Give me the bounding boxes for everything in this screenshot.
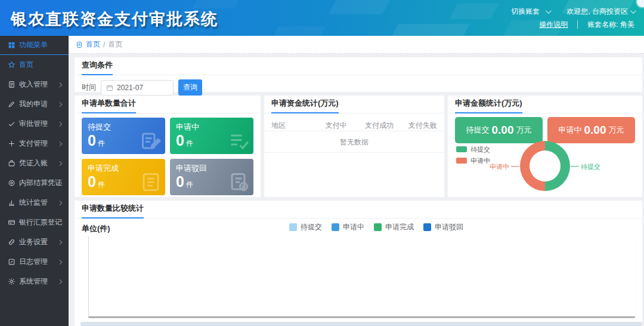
- donut-legend-pending[interactable]: 待提交: [456, 144, 490, 154]
- briefcase-icon: [8, 159, 16, 167]
- sidebar-item-label: 统计监管: [19, 198, 48, 208]
- amount-label: 申请中: [559, 125, 582, 136]
- link-icon: [8, 238, 16, 246]
- amount-value: 0.00: [584, 124, 606, 137]
- sidebar-item-label: 日志管理: [19, 257, 48, 267]
- card-value: 0: [88, 132, 96, 149]
- donut-label-pending: 待提交: [581, 162, 600, 171]
- grid-menu-icon: [8, 41, 16, 49]
- sidebar-item-label: 内部结算凭证: [19, 178, 62, 188]
- amount-value: 0.00: [492, 124, 514, 137]
- sidebar-item-system[interactable]: 系统管理: [0, 272, 69, 291]
- donut-chart: [520, 141, 570, 191]
- legend-swatch: [289, 223, 297, 231]
- legend-label: 待提交: [301, 222, 322, 232]
- time-month-input[interactable]: 2021-07: [101, 80, 174, 96]
- sidebar-item-bank-draft[interactable]: 银行汇票登记: [0, 213, 69, 232]
- legend-pending-submit[interactable]: 待提交: [289, 222, 322, 232]
- bank-card-icon: [8, 219, 16, 226]
- card-value: 0: [88, 173, 96, 190]
- breadcrumb-home-link[interactable]: 首页: [86, 39, 100, 50]
- sidebar-item-label: 银行汇票登记: [19, 217, 62, 227]
- sidebar-item-internal-settlement[interactable]: 内部结算凭证: [0, 173, 69, 193]
- sidebar-item-business-settings[interactable]: 业务设置: [0, 232, 69, 252]
- header-decoration: [329, 0, 393, 14]
- chevron-right-icon: [57, 239, 62, 244]
- check-icon: [8, 120, 16, 128]
- horizontal-scrollbar[interactable]: [80, 322, 642, 326]
- card-unit: 件: [186, 139, 193, 147]
- stat-card-rejected[interactable]: 申请驳回 0件: [170, 159, 253, 195]
- target-icon: [8, 179, 16, 187]
- sidebar-item-voucher-entry[interactable]: 凭证入账: [0, 153, 69, 173]
- sidebar-item-label: 支付管理: [19, 139, 48, 149]
- switch-account-dropdown[interactable]: 切换账套: [511, 7, 540, 17]
- bar-chart-plot-area: [88, 236, 635, 318]
- doc-lines-icon: [140, 171, 162, 193]
- comparison-panel-title: 申请数量比较统计: [82, 203, 144, 219]
- sidebar-item-my-applications[interactable]: 我的申请: [0, 94, 69, 114]
- time-label: 时间: [82, 82, 96, 93]
- chevron-right-icon: [57, 161, 62, 165]
- calendar-icon[interactable]: [106, 84, 113, 91]
- sidebar-menu-header: 功能菜单: [0, 36, 69, 55]
- count-panel-title: 申请单数量合计: [82, 98, 136, 113]
- legend-label: 申请中: [470, 156, 490, 165]
- legend-completed[interactable]: 申请完成: [374, 222, 414, 232]
- corner-widget-icon[interactable]: [637, 0, 644, 7]
- application-count-panel: 申请单数量合计 待提交 0件 申请中 0件 申请完成 0件 申请驳回 0件: [75, 96, 261, 197]
- bar-chart-icon: [8, 199, 16, 207]
- stat-card-in-progress[interactable]: 申请中 0件: [170, 118, 253, 154]
- legend-in-progress[interactable]: 申请中: [332, 222, 364, 232]
- legend-swatch: [374, 223, 382, 231]
- help-link[interactable]: 操作说明: [539, 20, 568, 30]
- query-panel: 查询条件 时间 2021-07 查询: [75, 57, 642, 92]
- chevron-right-icon: [57, 200, 62, 205]
- chevron-down-icon: [630, 8, 636, 14]
- document-icon: [8, 81, 16, 88]
- stat-card-pending-submit[interactable]: 待提交 0件: [82, 118, 165, 154]
- sidebar-item-log[interactable]: 日志管理: [0, 252, 69, 272]
- account-name-label: 账套名称: 角美: [587, 20, 634, 30]
- breadcrumb: 首页 / 首页: [69, 36, 644, 54]
- sidebar-item-label: 审批管理: [19, 119, 48, 129]
- query-panel-title: 查询条件: [82, 60, 113, 75]
- sidebar-item-income[interactable]: 收入管理: [0, 75, 69, 94]
- sidebar-item-statistics[interactable]: 统计监管: [0, 193, 69, 213]
- search-button[interactable]: 查询: [178, 79, 202, 96]
- card-unit: 件: [186, 180, 193, 189]
- donut-label-in-progress: 申请中: [490, 162, 509, 171]
- app-header: 银农直联资金支付审批系统 切换账套 欢迎您, 台商投资区 操作说明 账套名称: …: [0, 0, 644, 36]
- divider: [577, 20, 578, 29]
- chevron-right-icon: [57, 82, 62, 87]
- amount-unit: 万元: [608, 125, 624, 136]
- donut-legend-in-progress[interactable]: 申请中: [456, 156, 490, 165]
- header-decoration: [193, 0, 243, 8]
- chevron-down-icon: [546, 8, 552, 14]
- sidebar-item-label: 业务设置: [19, 237, 48, 247]
- welcome-user-dropdown[interactable]: 欢迎您, 台商投资区: [566, 7, 628, 17]
- column-region: 地区: [264, 121, 315, 131]
- amount-pending-button[interactable]: 待提交 0.00 万元: [455, 117, 543, 143]
- sidebar-item-approval[interactable]: 审批管理: [0, 114, 69, 134]
- amount-in-progress-button[interactable]: 申请中 0.00 万元: [547, 117, 635, 143]
- funds-stats-panel: 申请资金统计(万元) 地区 支付中 支付成功 支付失败 暂无数据: [264, 96, 444, 197]
- sidebar-item-payment[interactable]: 支付管理: [0, 134, 69, 153]
- chevron-right-icon: [57, 121, 62, 126]
- funds-table-header: 地区 支付中 支付成功 支付失败: [264, 121, 444, 131]
- sidebar: 功能菜单 首页 收入管理 我的申请 审批管理 支付管理 凭证入账 内部结算凭证 …: [0, 36, 69, 326]
- sidebar-item-label: 我的申请: [19, 99, 48, 109]
- legend-label: 申请驳回: [435, 222, 463, 232]
- sidebar-item-label: 收入管理: [19, 79, 48, 90]
- legend-swatch: [423, 223, 431, 231]
- sidebar-item-home[interactable]: 首页: [0, 55, 69, 75]
- star-icon: [8, 61, 16, 69]
- legend-rejected[interactable]: 申请驳回: [423, 222, 463, 232]
- stat-card-completed[interactable]: 申请完成 0件: [82, 159, 165, 195]
- column-paying: 支付中: [315, 121, 358, 131]
- donut-callout-line: [511, 166, 519, 167]
- empty-state-text: 暂无数据: [264, 131, 444, 153]
- app-title: 银农直联资金支付审批系统: [11, 8, 218, 30]
- plus-cross-icon: [8, 140, 16, 147]
- menu-title: 功能菜单: [19, 40, 48, 50]
